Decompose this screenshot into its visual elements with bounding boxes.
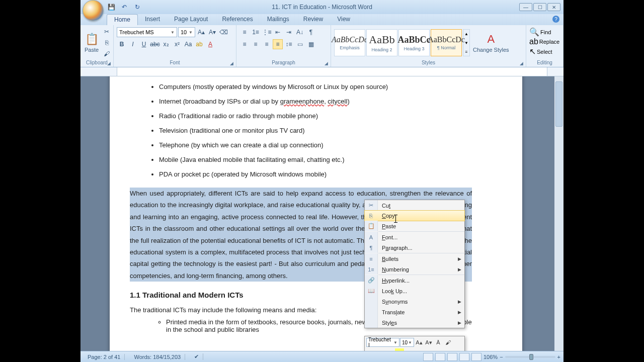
ctx-bullets[interactable]: ≡Bullets▶ <box>365 253 464 264</box>
ctx-translate[interactable]: Translate▶ <box>365 307 464 317</box>
spelling-error[interactable]: citycell <box>328 98 347 105</box>
borders-button[interactable]: ▦ <box>306 39 316 49</box>
status-proofing-icon[interactable]: ✔ <box>190 353 203 360</box>
tab-references[interactable]: References <box>215 14 260 25</box>
clear-formatting-icon[interactable]: ⌫ <box>218 27 228 37</box>
font-color-button[interactable]: A <box>205 39 215 49</box>
ctx-copy[interactable]: ⎘Copy <box>364 210 465 221</box>
paste-button[interactable]: 📋 Paste <box>83 32 101 54</box>
status-words[interactable]: Words: 184/15,203 <box>130 354 185 360</box>
ctx-styles[interactable]: Styles▶ <box>365 317 464 328</box>
sort-button[interactable]: A↓ <box>295 27 305 37</box>
change-styles-button[interactable]: A Change Styles <box>471 32 511 54</box>
align-center-button[interactable]: ≡ <box>251 39 261 49</box>
mini-font-combo[interactable]: Trebuchet I▼ <box>366 338 399 347</box>
help-icon[interactable]: ? <box>552 16 559 23</box>
numbering-button[interactable]: 1≡ <box>251 27 261 37</box>
list-item[interactable]: Telephone (by which we can create a dial… <box>159 138 472 152</box>
mini-shrink-font[interactable]: A▾ <box>424 338 433 347</box>
redo-icon[interactable]: ↻ <box>133 3 142 12</box>
paragraph-launcher[interactable]: ◢ <box>325 61 330 66</box>
zoom-slider[interactable] <box>505 356 555 358</box>
list-item[interactable]: Internet (broadband by ISPs or dial up b… <box>159 94 472 109</box>
maximize-button[interactable]: ☐ <box>533 3 546 11</box>
list-item[interactable]: Computers (mostly operated by windows by… <box>159 79 472 94</box>
spelling-error[interactable]: grameenphone <box>280 98 324 105</box>
mini-italic[interactable]: I <box>376 348 385 351</box>
underline-button[interactable]: U <box>139 39 149 49</box>
superscript-button[interactable]: x² <box>172 39 182 49</box>
show-marks-button[interactable]: ¶ <box>306 27 316 37</box>
mini-bullets[interactable]: ≡ <box>433 348 442 351</box>
mini-font-color[interactable]: A <box>405 348 414 351</box>
mini-styles[interactable]: Ā <box>434 338 443 347</box>
shading-button[interactable]: ▭ <box>295 39 305 49</box>
tab-page-layout[interactable]: Page Layout <box>167 14 215 25</box>
tab-mailings[interactable]: Mailings <box>260 14 296 25</box>
ctx-paragraph[interactable]: ¶Paragraph... <box>365 242 464 253</box>
list-item[interactable]: Television (traditional one or monitor p… <box>159 123 472 138</box>
mini-size-combo[interactable]: 10▼ <box>400 338 414 347</box>
copy-icon[interactable]: ⎘ <box>102 38 112 48</box>
view-outline[interactable] <box>459 353 469 361</box>
status-page[interactable]: Page: 2 of 41 <box>84 354 125 360</box>
office-button[interactable] <box>83 0 104 21</box>
shrink-font-icon[interactable]: A▾ <box>207 27 217 37</box>
multilevel-list-button[interactable]: ⋮≡ <box>262 27 272 37</box>
ctx-lookup[interactable]: 📖Look Up... <box>365 286 464 296</box>
ctx-font[interactable]: AFont... <box>365 232 464 242</box>
format-painter-icon[interactable]: 🖌 <box>102 49 112 59</box>
strikethrough-button[interactable]: abc <box>150 39 160 49</box>
clipboard-launcher[interactable]: ◢ <box>107 61 112 66</box>
style-heading2[interactable]: AaBbHeading 2 <box>366 29 397 56</box>
view-web-layout[interactable] <box>447 353 457 361</box>
save-icon[interactable]: 💾 <box>107 3 116 12</box>
line-spacing-button[interactable]: ↕≡ <box>284 39 294 49</box>
bullets-button[interactable]: ≡ <box>239 27 250 37</box>
increase-indent-button[interactable]: ⇥ <box>284 27 294 37</box>
mini-bold[interactable]: B <box>366 348 375 351</box>
highlight-button[interactable]: ab <box>194 39 204 49</box>
view-draft[interactable] <box>471 353 481 361</box>
decrease-indent-button[interactable]: ⇤ <box>273 27 283 37</box>
mini-format-painter[interactable]: 🖌 <box>443 338 452 347</box>
style-normal[interactable]: AaBbCcDc¶ Normal <box>431 29 462 56</box>
list-item[interactable]: Radio (Traditional radio or radio throug… <box>159 109 472 123</box>
zoom-in-button[interactable]: + <box>557 354 560 360</box>
minimize-button[interactable]: — <box>519 3 532 11</box>
change-case-button[interactable]: Aa <box>183 39 193 49</box>
select-button[interactable]: ↖Select <box>529 47 552 56</box>
tab-home[interactable]: Home <box>107 14 138 25</box>
bold-button[interactable]: B <box>117 39 127 49</box>
subscript-button[interactable]: x₂ <box>161 39 171 49</box>
mini-decrease-indent[interactable]: ⇤ <box>414 348 423 351</box>
style-emphasis[interactable]: AaBbCcDcEmphasis <box>334 29 365 56</box>
list-item[interactable]: PDA or pocket pc (operated by Microsoft … <box>159 167 472 182</box>
style-heading3[interactable]: AaBbCcHeading 3 <box>398 29 430 56</box>
cut-icon[interactable]: ✂ <box>102 27 112 37</box>
find-button[interactable]: 🔍Find <box>529 27 551 37</box>
view-full-screen[interactable] <box>435 353 445 361</box>
align-left-button[interactable]: ≡ <box>239 39 250 49</box>
mini-highlight[interactable]: ab <box>395 348 404 351</box>
zoom-level[interactable]: 106% <box>484 354 498 360</box>
align-right-button[interactable]: ≡ <box>262 39 272 49</box>
italic-button[interactable]: I <box>128 39 138 49</box>
tab-view[interactable]: View <box>330 14 357 25</box>
font-launcher[interactable]: ◢ <box>230 61 235 66</box>
styles-launcher[interactable]: ◢ <box>520 61 525 66</box>
ruler[interactable] <box>80 67 564 76</box>
close-button[interactable]: ✕ <box>547 3 560 11</box>
ctx-hyperlink[interactable]: 🔗Hyperlink... <box>365 275 464 286</box>
mini-center[interactable]: ≡ <box>385 348 394 351</box>
styles-scroll[interactable]: ▲ ▼ ≡ <box>463 29 470 56</box>
list-item[interactable]: Mobile (Java enabled mobile that facilit… <box>159 152 472 167</box>
mini-grow-font[interactable]: A▴ <box>415 338 424 347</box>
undo-icon[interactable]: ↶ <box>120 3 129 12</box>
view-print-layout[interactable] <box>423 353 433 361</box>
ctx-cut[interactable]: ✂Cut <box>365 200 464 211</box>
tab-insert[interactable]: Insert <box>138 14 167 25</box>
replace-button[interactable]: abReplace <box>529 37 559 46</box>
zoom-out-button[interactable]: − <box>500 354 503 360</box>
ctx-paste[interactable]: 📋Paste <box>365 221 464 231</box>
